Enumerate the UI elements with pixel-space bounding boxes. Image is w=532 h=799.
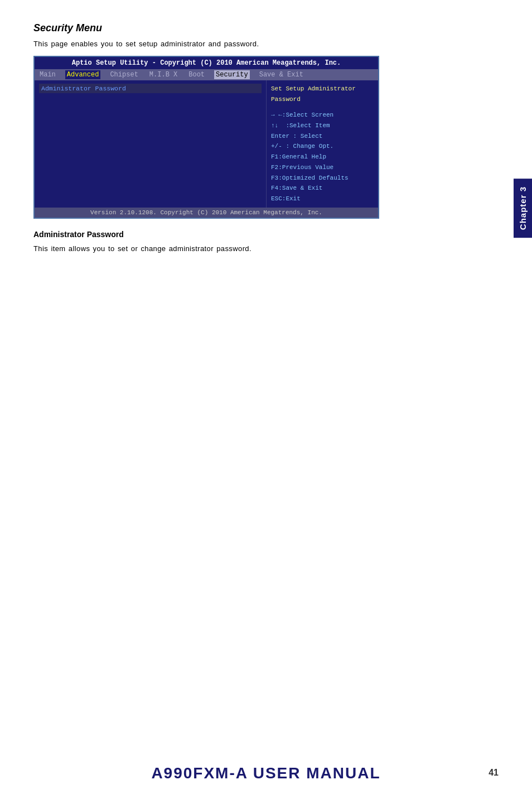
bios-left-panel: Administrator Password: [35, 80, 267, 208]
bios-menu-bar: Main Advanced Chipset M.I.B X Boot Secur…: [35, 69, 378, 80]
manual-title: A990FXM-A USER MANUAL: [151, 764, 380, 782]
admin-password-description: This item allows you to set or change ad…: [33, 243, 499, 255]
manual-footer: A990FXM-A USER MANUAL: [0, 764, 532, 782]
bios-menu-mibx[interactable]: M.I.B X: [148, 70, 179, 79]
bios-menu-main[interactable]: Main: [38, 70, 57, 79]
bios-menu-save-exit[interactable]: Save & Exit: [258, 70, 305, 79]
admin-password-title: Administrator Password: [33, 230, 499, 239]
bios-body: Administrator Password Set Setup Adminis…: [35, 80, 378, 208]
bios-menu-boot[interactable]: Boot: [187, 70, 206, 79]
bios-footer: Version 2.10.1208. Copyright (C) 2010 Am…: [35, 208, 378, 218]
bios-menu-security[interactable]: Security: [214, 70, 250, 79]
bios-menu-chipset[interactable]: Chipset: [108, 70, 139, 79]
bios-screenshot: Aptio Setup Utility - Copyright (C) 2010…: [33, 56, 379, 219]
bios-nav-text: → ←:Select Screen ↑↓ :Select Item Enter …: [271, 110, 374, 204]
bios-menu-advanced[interactable]: Advanced: [65, 70, 101, 79]
bios-admin-password-item[interactable]: Administrator Password: [39, 84, 262, 93]
bios-help-text: Set Setup AdministratorPassword: [271, 84, 374, 104]
page-number: 41: [489, 768, 499, 778]
bios-right-panel: Set Setup AdministratorPassword → ←:Sele…: [267, 80, 378, 208]
section-description: This page enables you to set setup admin…: [33, 40, 499, 48]
bios-title-bar: Aptio Setup Utility - Copyright (C) 2010…: [35, 57, 378, 69]
section-title: Security Menu: [33, 22, 499, 34]
chapter-tab: Chapter 3: [514, 179, 532, 238]
